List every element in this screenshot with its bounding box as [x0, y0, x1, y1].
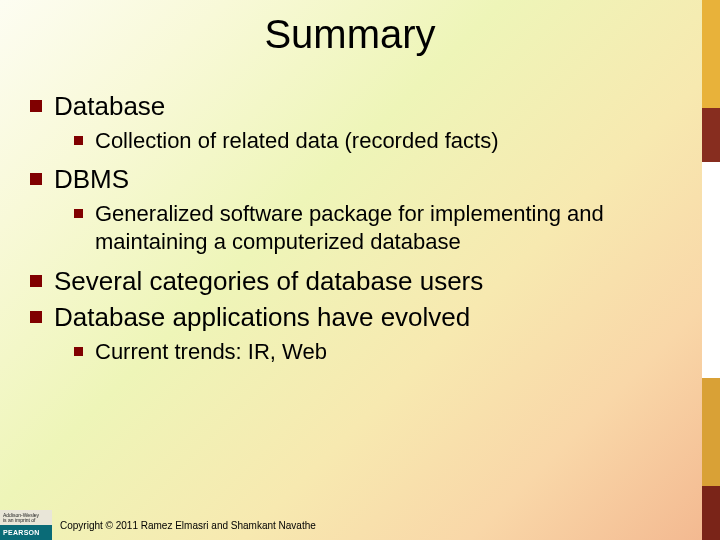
copyright-text: Copyright © 2011 Ramez Elmasri and Shamk…	[60, 520, 316, 531]
slide-title: Summary	[0, 12, 700, 57]
bullet-level2: Current trends: IR, Web	[74, 338, 670, 367]
decorative-right-band	[702, 0, 720, 540]
bullet-text: Database applications have evolved	[54, 301, 470, 334]
bullet-level1: DBMS	[30, 163, 670, 196]
square-bullet-icon	[74, 347, 83, 356]
bullet-level1: Several categories of database users	[30, 265, 670, 298]
bullet-text: Collection of related data (recorded fac…	[95, 127, 499, 156]
bullet-level1: Database applications have evolved	[30, 301, 670, 334]
bullet-text: DBMS	[54, 163, 129, 196]
bullet-text: Current trends: IR, Web	[95, 338, 327, 367]
bullet-text: Generalized software package for impleme…	[95, 200, 670, 257]
square-bullet-icon	[30, 311, 42, 323]
bullet-text: Database	[54, 90, 165, 123]
publisher-imprint: Addison-Wesley is an imprint of	[0, 510, 52, 525]
publisher-line2: is an imprint of	[3, 518, 52, 523]
bullet-level1: Database	[30, 90, 670, 123]
square-bullet-icon	[30, 100, 42, 112]
content-area: Database Collection of related data (rec…	[30, 90, 670, 374]
square-bullet-icon	[30, 275, 42, 287]
bullet-level2: Generalized software package for impleme…	[74, 200, 670, 257]
slide: Summary Database Collection of related d…	[0, 0, 720, 540]
publisher-badge: Addison-Wesley is an imprint of PEARSON	[0, 510, 52, 540]
footer: Addison-Wesley is an imprint of PEARSON …	[0, 510, 720, 540]
publisher-brand: PEARSON	[0, 525, 52, 540]
square-bullet-icon	[30, 173, 42, 185]
square-bullet-icon	[74, 209, 83, 218]
square-bullet-icon	[74, 136, 83, 145]
bullet-text: Several categories of database users	[54, 265, 483, 298]
bullet-level2: Collection of related data (recorded fac…	[74, 127, 670, 156]
